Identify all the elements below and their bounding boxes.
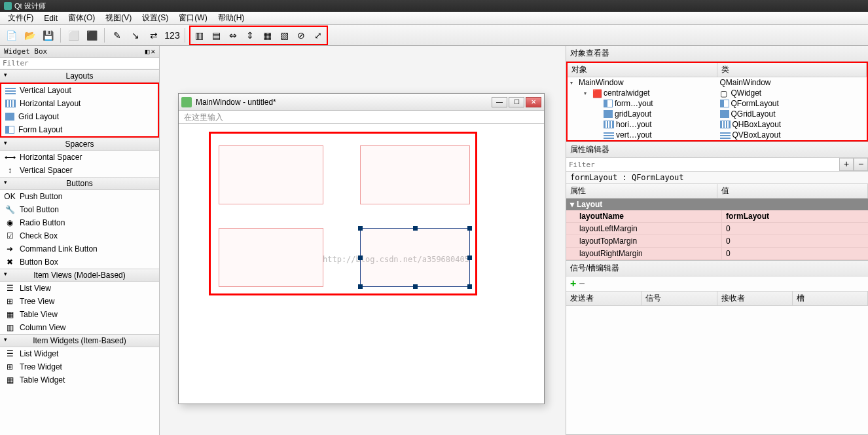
menu-form[interactable]: 窗体(O): [63, 11, 100, 25]
item-tree-widget[interactable]: ⊞Tree Widget: [0, 360, 159, 373]
col-sender[interactable]: 发送者: [566, 292, 642, 305]
tree-row[interactable]: ▾🟥centralwidget ▢QWidget: [568, 88, 867, 98]
menu-view[interactable]: 视图(V): [100, 11, 137, 25]
add-signal-icon[interactable]: +: [570, 278, 576, 290]
minimize-icon[interactable]: —: [492, 97, 507, 107]
tree-row[interactable]: hori…yout QHBoxLayout: [568, 119, 867, 130]
save-file-icon[interactable]: 💾: [39, 27, 56, 44]
item-list-widget[interactable]: ☰List Widget: [0, 347, 159, 360]
menu-help[interactable]: 帮助(H): [213, 11, 250, 25]
col-property[interactable]: 属性: [566, 184, 717, 198]
category-spacers[interactable]: Spacers: [0, 138, 159, 151]
design-area[interactable]: MainWindow - untitled* — ☐ ✕ 在这里输入 http:…: [160, 46, 566, 435]
layout-vertical-icon[interactable]: ▤: [208, 27, 225, 44]
layout-horizontal-icon[interactable]: ▥: [190, 27, 208, 44]
dock-icon[interactable]: ◧: [145, 47, 150, 56]
category-buttons[interactable]: Buttons: [0, 177, 159, 190]
category-item-widgets[interactable]: Item Widgets (Item-Based): [0, 334, 159, 347]
edit-signals-icon[interactable]: ↘: [127, 27, 144, 44]
layout-form-icon[interactable]: ▧: [276, 27, 293, 44]
property-row[interactable]: layoutLeftMargin0: [566, 223, 868, 235]
col-value[interactable]: 值: [717, 184, 869, 198]
item-radio-button[interactable]: ◉Radio Button: [0, 216, 159, 229]
expand-icon[interactable]: ▾: [584, 90, 590, 96]
edit-tab-order-icon[interactable]: 123: [164, 27, 181, 44]
item-command-link-button[interactable]: ➜Command Link Button: [0, 242, 159, 255]
expand-icon[interactable]: ▾: [570, 80, 577, 86]
tree-row[interactable]: form…yout QFormLayout: [568, 98, 867, 109]
tree-row[interactable]: vert…yout QVBoxLayout: [568, 130, 867, 140]
send-back-icon[interactable]: ⬜: [65, 27, 82, 44]
menu-window[interactable]: 窗口(W): [173, 11, 212, 25]
property-row[interactable]: layoutTopMargin0: [566, 235, 868, 248]
col-object[interactable]: 对象: [568, 63, 717, 77]
item-check-box[interactable]: ☑Check Box: [0, 229, 159, 242]
layout-hsplit-icon[interactable]: ⇔: [225, 27, 242, 44]
tree-row[interactable]: gridLayout QGridLayout: [568, 109, 867, 119]
property-group-layout[interactable]: ▾Layout: [566, 199, 868, 210]
design-window[interactable]: MainWindow - untitled* — ☐ ✕ 在这里输入 http:…: [178, 93, 545, 404]
maximize-icon[interactable]: ☐: [509, 97, 524, 107]
property-row[interactable]: layoutNameformLayout: [566, 210, 868, 223]
item-button-box[interactable]: ✖Button Box: [0, 255, 159, 269]
remove-signal-icon[interactable]: −: [579, 278, 585, 290]
menu-file[interactable]: 文件(F): [3, 11, 39, 25]
add-property-icon[interactable]: +: [839, 158, 854, 171]
edit-widgets-icon[interactable]: ✎: [109, 27, 126, 44]
col-slot[interactable]: 槽: [793, 292, 868, 305]
category-layouts[interactable]: Layouts: [0, 69, 159, 83]
layout-grid-icon[interactable]: ▦: [259, 27, 276, 44]
resize-handle[interactable]: [467, 284, 472, 289]
design-canvas[interactable]: http://blog.csdn.net/a359680405: [179, 124, 544, 404]
design-window-titlebar[interactable]: MainWindow - untitled* — ☐ ✕: [179, 94, 544, 111]
col-class[interactable]: 类: [717, 63, 867, 77]
item-vertical-spacer[interactable]: ↕Vertical Spacer: [0, 164, 159, 177]
close-icon[interactable]: ✕: [151, 47, 155, 56]
expand-icon[interactable]: ▾: [570, 200, 574, 209]
item-grid-layout[interactable]: Grid Layout: [1, 110, 158, 123]
widget-box-list[interactable]: Layouts Vertical Layout Horizontal Layou…: [0, 69, 159, 435]
item-list-view[interactable]: ☰List View: [0, 282, 159, 295]
resize-handle[interactable]: [467, 226, 472, 231]
edit-buddies-icon[interactable]: ⇄: [145, 27, 162, 44]
layout-box-3[interactable]: [219, 228, 323, 287]
item-column-view[interactable]: ▥Column View: [0, 321, 159, 334]
layout-vsplit-icon[interactable]: ⇕: [242, 27, 259, 44]
open-file-icon[interactable]: 📂: [21, 27, 38, 44]
property-filter[interactable]: [566, 158, 839, 171]
item-tool-button[interactable]: 🔧Tool Button: [0, 203, 159, 216]
layout-box-1[interactable]: [219, 145, 323, 204]
layout-box-selected[interactable]: [360, 228, 470, 287]
resize-handle[interactable]: [467, 255, 472, 260]
resize-handle[interactable]: [413, 226, 418, 231]
close-icon[interactable]: ✕: [526, 97, 541, 107]
item-horizontal-spacer[interactable]: ⟷Horizontal Spacer: [0, 151, 159, 164]
vspacer-icon: ↕: [4, 166, 16, 175]
category-item-views[interactable]: Item Views (Model-Based): [0, 269, 159, 282]
new-file-icon[interactable]: 📄: [3, 27, 20, 44]
item-table-view[interactable]: ▦Table View: [0, 308, 159, 321]
remove-property-icon[interactable]: −: [854, 158, 868, 171]
item-push-button[interactable]: OKPush Button: [0, 190, 159, 203]
item-tree-view[interactable]: ⊞Tree View: [0, 295, 159, 308]
resize-handle[interactable]: [358, 255, 363, 260]
resize-handle[interactable]: [358, 226, 363, 231]
break-layout-icon[interactable]: ⊘: [293, 27, 310, 44]
widget-box-filter[interactable]: [0, 58, 159, 69]
tree-row[interactable]: ▾MainWindow QMainWindow: [568, 77, 867, 88]
design-menubar[interactable]: 在这里输入: [179, 111, 544, 124]
resize-handle[interactable]: [413, 284, 418, 289]
item-table-widget[interactable]: ▦Table Widget: [0, 373, 159, 387]
adjust-size-icon[interactable]: ⤢: [310, 27, 327, 44]
item-horizontal-layout[interactable]: Horizontal Layout: [1, 97, 158, 110]
menu-edit[interactable]: Edit: [39, 12, 63, 24]
col-receiver[interactable]: 接收者: [717, 292, 793, 305]
bring-front-icon[interactable]: ⬛: [83, 27, 100, 44]
col-signal[interactable]: 信号: [642, 292, 717, 305]
property-row[interactable]: layoutRightMargin0: [566, 248, 868, 260]
layout-box-2[interactable]: [360, 145, 470, 204]
item-form-layout[interactable]: Form Layout: [1, 123, 158, 136]
item-vertical-layout[interactable]: Vertical Layout: [1, 84, 158, 97]
resize-handle[interactable]: [358, 284, 363, 289]
menu-settings[interactable]: 设置(S): [137, 11, 173, 25]
